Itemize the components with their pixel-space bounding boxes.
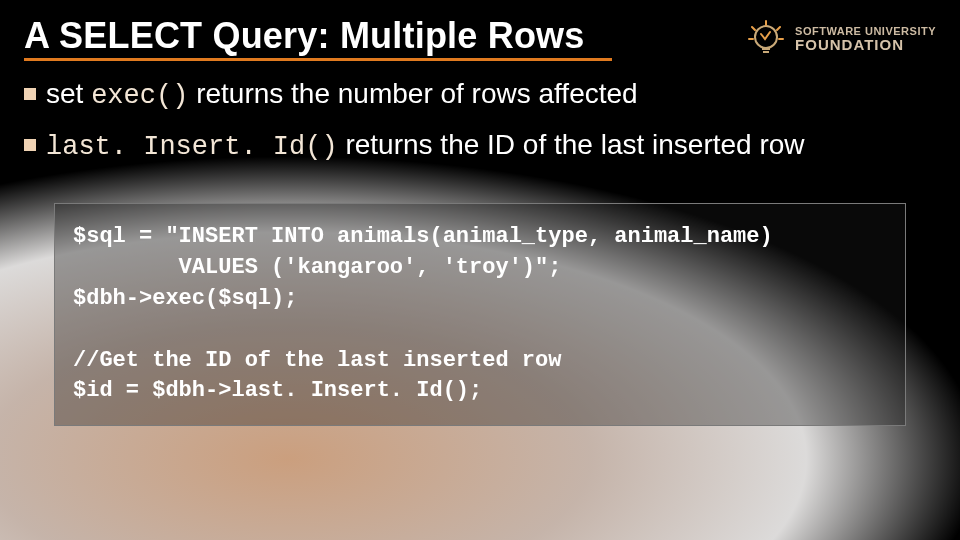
- title-row: A SELECT Query: Multiple Rows SOFTWARE U…: [24, 16, 936, 61]
- bullet-item: last. Insert. Id() returns the ID of the…: [24, 126, 936, 165]
- logo-line1: SOFTWARE UNIVERSITY: [795, 25, 936, 37]
- bullet-marker-icon: [24, 139, 36, 151]
- bullet-marker-icon: [24, 88, 36, 100]
- code-content: $sql = "INSERT INTO animals(animal_type,…: [73, 222, 887, 407]
- bullet-list: set exec() returns the number of rows af…: [24, 75, 936, 166]
- logo: SOFTWARE UNIVERSITY FOUNDATION: [743, 16, 936, 62]
- code-box: $sql = "INSERT INTO animals(animal_type,…: [54, 203, 906, 426]
- title-underline: [24, 58, 612, 61]
- bullet-prefix: set: [46, 78, 91, 109]
- bullet-text: last. Insert. Id() returns the ID of the…: [46, 126, 805, 165]
- bullet-suffix: returns the number of rows affected: [188, 78, 637, 109]
- bullet-item: set exec() returns the number of rows af…: [24, 75, 936, 114]
- bullet-text: set exec() returns the number of rows af…: [46, 75, 638, 114]
- slide: A SELECT Query: Multiple Rows SOFTWARE U…: [0, 0, 960, 540]
- bullet-suffix: returns the ID of the last inserted row: [338, 129, 805, 160]
- lightbulb-icon: [743, 16, 789, 62]
- logo-text: SOFTWARE UNIVERSITY FOUNDATION: [795, 25, 936, 54]
- bullet-code: last. Insert. Id(): [46, 132, 338, 162]
- bullet-code: exec(): [91, 81, 188, 111]
- logo-line2: FOUNDATION: [795, 37, 936, 54]
